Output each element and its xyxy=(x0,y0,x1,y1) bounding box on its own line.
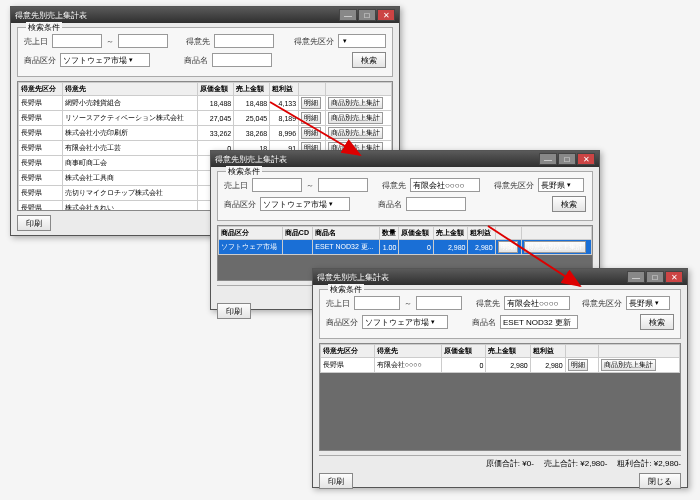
product-input[interactable] xyxy=(406,197,466,211)
label-product: 商品名 xyxy=(472,317,496,328)
table-row[interactable]: 長野県リソースアクティベーション株式会社27,04525,0458,189明細商… xyxy=(19,111,392,126)
search-legend: 検索条件 xyxy=(26,22,62,33)
col-header: 数量 xyxy=(379,227,399,240)
min-button[interactable]: — xyxy=(539,153,557,165)
region-select[interactable]: 長野県▾ xyxy=(538,178,584,192)
label-product: 商品名 xyxy=(184,55,208,66)
search-legend: 検索条件 xyxy=(328,284,364,295)
col-header: 商品名 xyxy=(313,227,379,240)
col-header: 粗利益 xyxy=(530,345,565,358)
label-region: 得意先区分 xyxy=(494,180,534,191)
titlebar[interactable]: 得意先別売上集計表 — □ ✕ xyxy=(11,7,399,23)
min-button[interactable]: — xyxy=(339,9,357,21)
drill-button[interactable]: 商品別売上集計 xyxy=(328,127,383,139)
drill-button[interactable]: 得意先別売上集計 xyxy=(524,241,586,253)
col-header: 得意先 xyxy=(374,345,441,358)
search-button[interactable]: 検索 xyxy=(640,314,674,330)
product-input[interactable]: ESET NOD32 更新 xyxy=(500,315,578,329)
date-from-input[interactable] xyxy=(52,34,102,48)
col-header: 商品CD xyxy=(282,227,312,240)
max-button[interactable]: □ xyxy=(558,153,576,165)
label-category: 商品区分 xyxy=(326,317,358,328)
date-from-input[interactable] xyxy=(252,178,302,192)
label-customer: 得意先 xyxy=(186,36,210,47)
customer-input[interactable]: 有限会社○○○○ xyxy=(410,178,480,192)
chevron-down-icon: ▾ xyxy=(343,37,347,45)
label-date: 売上日 xyxy=(326,298,350,309)
table-row[interactable]: 長野県株式会社小売印刷所33,26238,2688,996明細商品別売上集計 xyxy=(19,126,392,141)
max-button[interactable]: □ xyxy=(358,9,376,21)
detail-button[interactable]: 明細 xyxy=(301,112,321,124)
label-customer: 得意先 xyxy=(382,180,406,191)
titlebar[interactable]: 得意先別売上集計表 — □ ✕ xyxy=(313,269,687,285)
close-button[interactable]: ✕ xyxy=(377,9,395,21)
drill-button[interactable]: 商品別売上集計 xyxy=(601,359,656,371)
print-button[interactable]: 印刷 xyxy=(217,303,251,319)
chevron-down-icon: ▾ xyxy=(655,299,659,307)
results-grid[interactable]: 得意先区分得意先原価金額売上金額粗利益 長野県有限会社○○○○02,9802,9… xyxy=(319,343,681,451)
chevron-down-icon: ▾ xyxy=(431,318,435,326)
tilde: ～ xyxy=(106,36,114,47)
search-button[interactable]: 検索 xyxy=(352,52,386,68)
max-button[interactable]: □ xyxy=(646,271,664,283)
titlebar[interactable]: 得意先別売上集計表 — □ ✕ xyxy=(211,151,599,167)
detail-button[interactable]: 明細 xyxy=(301,97,321,109)
detail-button[interactable]: 明細 xyxy=(301,127,321,139)
region-select[interactable]: 長野県▾ xyxy=(626,296,670,310)
col-header: 原価金額 xyxy=(198,83,234,96)
product-input[interactable] xyxy=(212,53,272,67)
col-header: 得意先区分 xyxy=(321,345,375,358)
table-row[interactable]: ソフトウェア市場ESET NOD32 更...1.0002,9802,980明細… xyxy=(219,240,592,255)
label-category: 商品区分 xyxy=(224,199,256,210)
chevron-down-icon: ▾ xyxy=(329,200,333,208)
detail-button[interactable]: 明細 xyxy=(568,359,588,371)
col-header: 商品区分 xyxy=(219,227,283,240)
close-button[interactable]: ✕ xyxy=(577,153,595,165)
window-title: 得意先別売上集計表 xyxy=(215,154,539,165)
window-title: 得意先別売上集計表 xyxy=(15,10,339,21)
print-button[interactable]: 印刷 xyxy=(319,473,353,489)
table-row[interactable]: 長野県網野小売雑貨組合18,48818,4884,133明細商品別売上集計 xyxy=(19,96,392,111)
date-to-input[interactable] xyxy=(416,296,462,310)
category-select[interactable]: ソフトウェア市場▾ xyxy=(260,197,350,211)
col-header xyxy=(326,83,392,96)
category-select[interactable]: ソフトウェア市場▾ xyxy=(362,315,448,329)
col-header: 原価金額 xyxy=(441,345,485,358)
window-3: 得意先別売上集計表 — □ ✕ 検索条件 売上日 ～ 得意先 有限会社○○○○ … xyxy=(312,268,688,488)
customer-input[interactable] xyxy=(214,34,274,48)
col-header: 売上金額 xyxy=(486,345,530,358)
col-header xyxy=(521,227,591,240)
category-select[interactable]: ソフトウェア市場▾ xyxy=(60,53,150,67)
chevron-down-icon: ▾ xyxy=(129,56,133,64)
col-header xyxy=(565,345,599,358)
col-header: 粗利益 xyxy=(468,227,495,240)
search-panel: 検索条件 売上日 ～ 得意先 有限会社○○○○ 得意先区分 長野県▾ 商品区分 … xyxy=(319,289,681,339)
total-sales: 売上合計: ¥2,980- xyxy=(544,458,608,469)
col-header: 粗利益 xyxy=(270,83,299,96)
table-row[interactable]: 長野県有限会社○○○○02,9802,980明細商品別売上集計 xyxy=(321,358,680,373)
print-button[interactable]: 印刷 xyxy=(17,215,51,231)
detail-button[interactable]: 明細 xyxy=(498,241,518,253)
col-header xyxy=(299,83,326,96)
label-customer: 得意先 xyxy=(476,298,500,309)
col-header: 原価金額 xyxy=(399,227,434,240)
chevron-down-icon: ▾ xyxy=(567,181,571,189)
region-select[interactable]: ▾ xyxy=(338,34,386,48)
search-button[interactable]: 検索 xyxy=(552,196,586,212)
min-button[interactable]: — xyxy=(627,271,645,283)
search-panel: 検索条件 売上日 ～ 得意先 得意先区分 ▾ 商品区分 ソフトウェア市場▾ 商品… xyxy=(17,27,393,77)
label-region: 得意先区分 xyxy=(294,36,334,47)
date-from-input[interactable] xyxy=(354,296,400,310)
date-to-input[interactable] xyxy=(318,178,368,192)
total-profit: 粗利合計: ¥2,980- xyxy=(617,458,681,469)
customer-input[interactable]: 有限会社○○○○ xyxy=(504,296,570,310)
search-panel: 検索条件 売上日 ～ 得意先 有限会社○○○○ 得意先区分 長野県▾ 商品区分 … xyxy=(217,171,593,221)
date-to-input[interactable] xyxy=(118,34,168,48)
close-window-button[interactable]: 閉じる xyxy=(639,473,681,489)
drill-button[interactable]: 商品別売上集計 xyxy=(328,97,383,109)
tilde: ～ xyxy=(404,298,412,309)
drill-button[interactable]: 商品別売上集計 xyxy=(328,112,383,124)
close-button[interactable]: ✕ xyxy=(665,271,683,283)
label-category: 商品区分 xyxy=(24,55,56,66)
label-region: 得意先区分 xyxy=(582,298,622,309)
